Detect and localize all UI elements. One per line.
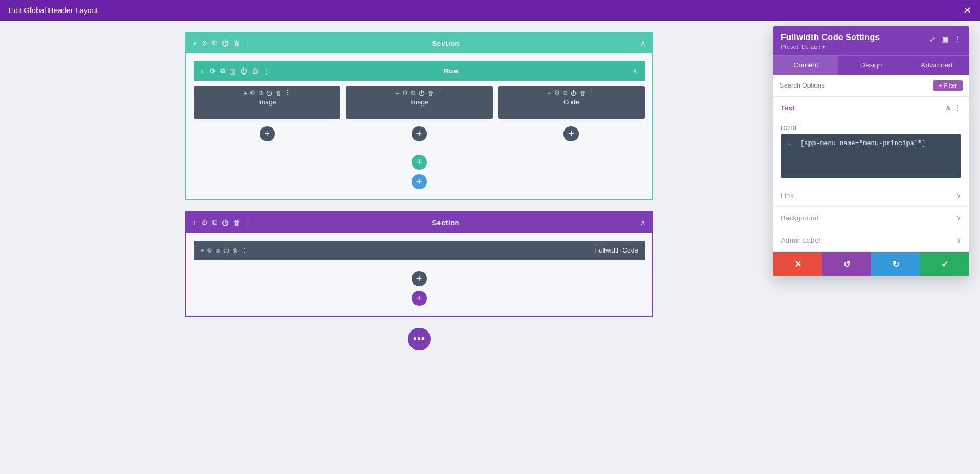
panel-split-icon[interactable]: ▣: [941, 35, 948, 44]
row-label: Row: [444, 67, 458, 75]
admin-label-section-toggle[interactable]: Admin Label ∨: [773, 229, 969, 251]
tab-design[interactable]: Design: [838, 56, 904, 75]
row-collapse-icon[interactable]: ∧: [633, 67, 638, 75]
fw-settings-icon[interactable]: ⚙: [207, 247, 212, 254]
add-fullwidth-module-button[interactable]: +: [412, 271, 427, 286]
mod3-trash-icon[interactable]: 🗑: [580, 90, 586, 96]
mod2-power-icon[interactable]: ⏻: [419, 90, 425, 96]
search-input[interactable]: [780, 82, 929, 89]
mod2-dots-icon[interactable]: ⋮: [437, 89, 443, 96]
cancel-button[interactable]: ✕: [773, 252, 822, 276]
mod1-copy-icon[interactable]: ⧉: [259, 89, 263, 96]
sec2-copy-icon[interactable]: ⧉: [212, 218, 217, 227]
link-section-chevron-icon: ∨: [956, 191, 961, 200]
mod3-move-icon[interactable]: +: [548, 90, 551, 96]
text-section-toggle[interactable]: Text ∧ ⋮: [773, 97, 969, 119]
section-dots-icon[interactable]: ⋮: [244, 39, 252, 47]
mod2-move-icon[interactable]: +: [395, 90, 399, 96]
fw-power-icon[interactable]: ⏻: [223, 247, 229, 254]
sec2-settings-icon[interactable]: ⚙: [201, 219, 208, 227]
section-trash-icon[interactable]: 🗑: [233, 39, 240, 47]
redo-button[interactable]: ↻: [871, 252, 920, 276]
mod3-power-icon[interactable]: ⏻: [571, 90, 577, 96]
panel-menu-icon[interactable]: ⋮: [954, 35, 961, 44]
sec2-dots-icon[interactable]: ⋮: [244, 219, 252, 227]
add-row-button[interactable]: +: [412, 155, 427, 170]
mod3-dots-icon[interactable]: ⋮: [589, 89, 595, 96]
admin-label-chevron-icon: ∨: [956, 236, 961, 244]
mod3-settings-icon[interactable]: ⚙: [554, 89, 560, 96]
fw-trash-icon[interactable]: 🗑: [232, 247, 238, 254]
filter-button[interactable]: + Filter: [933, 80, 963, 91]
mod2-trash-icon[interactable]: 🗑: [428, 90, 434, 96]
module-2-icons: + ⚙ ⧉ ⏻ 🗑 ⋮: [395, 89, 443, 96]
fw-move-icon[interactable]: +: [200, 247, 204, 254]
row-trash-icon[interactable]: 🗑: [252, 67, 259, 75]
text-section-dots-icon[interactable]: ⋮: [954, 103, 961, 112]
module-1-label: Image: [258, 99, 276, 106]
section-power-icon[interactable]: ⏻: [222, 39, 229, 47]
section-settings-icon[interactable]: ⚙: [201, 39, 208, 47]
sec2-power-icon[interactable]: ⏻: [222, 219, 229, 227]
tab-content[interactable]: Content: [773, 56, 838, 75]
row-settings-icon[interactable]: ⚙: [209, 67, 216, 75]
section-copy-icon[interactable]: ⧉: [212, 39, 217, 47]
panel-tabs: Content Design Advanced: [773, 55, 969, 75]
settings-panel: Fullwidth Code Settings Preset: Default …: [773, 26, 969, 276]
panel-expand-icon[interactable]: ⤢: [929, 35, 936, 44]
sec2-trash-icon[interactable]: 🗑: [233, 219, 240, 227]
canvas: + ⚙ ⧉ ⏻ 🗑 ⋮ Section ∧ + ⚙ ⧉ ▥: [0, 21, 980, 474]
background-section-chevron-icon: ∨: [956, 213, 961, 222]
section-1-header-icons: + ⚙ ⧉ ⏻ 🗑 ⋮: [193, 39, 252, 47]
add-module-2-button[interactable]: +: [412, 126, 427, 141]
section-2-collapse-icon[interactable]: ∧: [640, 219, 646, 227]
section-2-label: Section: [432, 219, 460, 227]
section-2-body: + ⚙ ⧉ ⏻ 🗑 ⋮ Fullwidth Code + +: [186, 241, 652, 316]
section-1-collapse-icon[interactable]: ∧: [640, 39, 646, 47]
code-field-label: Code: [773, 119, 969, 134]
text-section-collapse-icon[interactable]: ∧: [945, 103, 951, 112]
code-block[interactable]: 1 [spp-menu name="menu-principal"]: [781, 134, 961, 178]
row-columns-icon[interactable]: ▥: [229, 67, 236, 75]
mod1-settings-icon[interactable]: ⚙: [250, 89, 255, 96]
col1-add-wrap: +: [194, 124, 340, 144]
section-1-label: Section: [432, 39, 460, 47]
add-section-after-2-button[interactable]: +: [412, 291, 427, 306]
add-section-after-1-button[interactable]: +: [412, 174, 427, 189]
undo-button[interactable]: ↺: [822, 252, 871, 276]
add-module-1-button[interactable]: +: [260, 126, 275, 141]
row-dots-icon[interactable]: ⋮: [263, 67, 270, 75]
mod1-trash-icon[interactable]: 🗑: [275, 90, 281, 96]
section-1-header: + ⚙ ⧉ ⏻ 🗑 ⋮ Section ∧: [186, 33, 652, 53]
mod1-dots-icon[interactable]: ⋮: [285, 89, 291, 96]
top-bar-title: Edit Global Header Layout: [9, 6, 98, 15]
text-section-icons: ∧ ⋮: [945, 103, 961, 112]
mod1-power-icon[interactable]: ⏻: [266, 90, 272, 96]
save-button[interactable]: ✓: [920, 252, 969, 276]
mod2-copy-icon[interactable]: ⧉: [411, 89, 415, 96]
add-module-3-button[interactable]: +: [564, 126, 579, 141]
tab-advanced[interactable]: Advanced: [904, 56, 969, 75]
close-button[interactable]: ✕: [963, 5, 971, 15]
section-2-header-icons: + ⚙ ⧉ ⏻ 🗑 ⋮: [193, 218, 252, 227]
module-image-1: + ⚙ ⧉ ⏻ 🗑 ⋮ Image: [194, 86, 340, 119]
mod2-settings-icon[interactable]: ⚙: [402, 89, 408, 96]
sec2-move-icon[interactable]: +: [193, 219, 197, 227]
section-move-icon[interactable]: +: [193, 39, 197, 47]
row-copy-icon[interactable]: ⧉: [220, 66, 225, 75]
builder-dot-menu[interactable]: •••: [408, 328, 431, 350]
mod3-copy-icon[interactable]: ⧉: [563, 89, 567, 96]
section-1: + ⚙ ⧉ ⏻ 🗑 ⋮ Section ∧ + ⚙ ⧉ ▥: [185, 32, 653, 200]
fw-copy-icon[interactable]: ⧉: [216, 247, 220, 254]
fullwidth-icons: + ⚙ ⧉ ⏻ 🗑 ⋮: [200, 247, 248, 254]
link-section-toggle[interactable]: Link ∨: [773, 184, 969, 207]
row-header-icons: + ⚙ ⧉ ▥ ⏻ 🗑 ⋮: [200, 66, 270, 75]
fw-dots-icon[interactable]: ⋮: [242, 247, 248, 254]
panel-subtitle: Preset: Default ▾: [781, 44, 880, 51]
section-1-body: + ⚙ ⧉ ▥ ⏻ 🗑 ⋮ Row ∧ +: [186, 61, 652, 199]
mod1-move-icon[interactable]: +: [243, 90, 247, 96]
background-section-toggle[interactable]: Background ∨: [773, 207, 969, 229]
background-section-label: Background: [781, 214, 818, 222]
row-move-icon[interactable]: +: [200, 67, 205, 75]
row-power-icon[interactable]: ⏻: [240, 67, 247, 75]
